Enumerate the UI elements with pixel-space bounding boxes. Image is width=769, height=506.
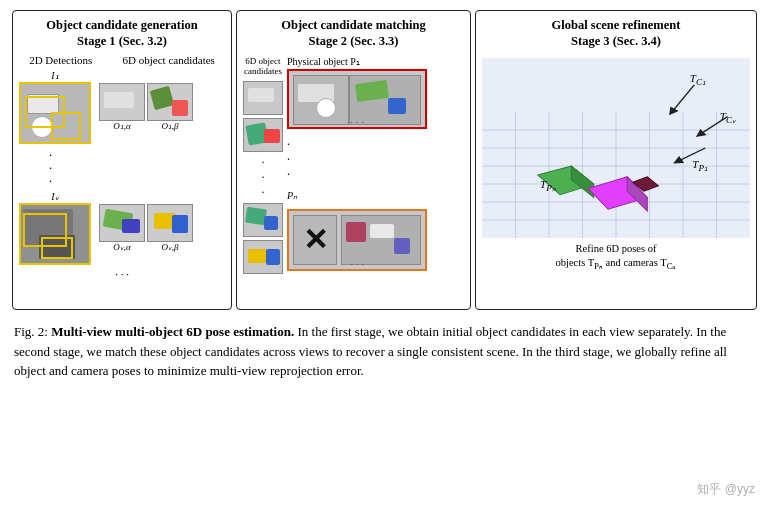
s2-thumb4	[243, 240, 283, 274]
physical-obj-label: Physical object P₁	[287, 56, 360, 67]
stage2-right-col: Physical object P₁	[287, 56, 464, 275]
watermark: 知乎 @yyz	[697, 481, 755, 498]
candidate-o1a	[99, 83, 145, 121]
stage2-title-line2: Stage 2 (Sec. 3.3)	[309, 34, 399, 48]
stage3-title-line1: Global scene refinement	[552, 18, 681, 32]
stage2-title-line1: Object candidate matching	[281, 18, 425, 32]
stage1-title-line1: Object candidate generation	[46, 18, 197, 32]
six-d-label: 6D objectcandidates	[244, 56, 282, 78]
stage1-header: 2D Detections 6D object candidates	[19, 54, 225, 66]
stage2-content: 6D objectcandidates ···	[243, 56, 464, 275]
candidate-o1b	[147, 83, 193, 121]
stage1-title-line2: Stage 1 (Sec. 3.2)	[77, 34, 167, 48]
stage3-box: Global scene refinement Stage 3 (Sec. 3.…	[475, 10, 757, 310]
s2-thumb2	[243, 118, 283, 152]
dots-bot1: · · ·	[115, 269, 129, 280]
scene-3d: TC₁ TCᵥ TP₁ TPₙ	[482, 58, 750, 238]
stage1-row-iv: Iᵥ	[19, 191, 225, 265]
s2-pn-dots: ···	[287, 137, 464, 182]
physical-obj-p1: . . .	[287, 69, 427, 129]
stage2-left-col: 6D objectcandidates ···	[243, 56, 283, 275]
figure-caption: Fig. 2: Multi-view multi-object 6D pose …	[12, 318, 757, 381]
detection-img-i1	[19, 82, 91, 144]
stage2-box: Object candidate matching Stage 2 (Sec. …	[236, 10, 471, 310]
stage3-title: Global scene refinement Stage 3 (Sec. 3.…	[552, 17, 681, 50]
tp1-label: TP₁	[692, 158, 708, 173]
tpn-label: TPₙ	[540, 178, 556, 193]
stage1-title: Object candidate generation Stage 1 (Sec…	[46, 17, 197, 50]
col1-label: 2D Detections	[29, 54, 92, 66]
stage3-caption: Refine 6D poses ofobjects TPₙ and camera…	[556, 242, 677, 273]
grid-svg	[482, 58, 750, 238]
view-label-iv: Iᵥ	[51, 191, 58, 202]
s2-thumb1	[243, 81, 283, 115]
dots-mid1: ···	[49, 148, 52, 187]
col2-label: 6D object candidates	[123, 54, 215, 66]
stage2-title: Object candidate matching Stage 2 (Sec. …	[281, 17, 425, 50]
s2-thumb3	[243, 203, 283, 237]
stage3-title-line2: Stage 3 (Sec. 3.4)	[571, 34, 661, 48]
candidate-ovb	[147, 204, 193, 242]
figure-container: Object candidate generation Stage 1 (Sec…	[12, 10, 757, 381]
s2-dots-mid: ···	[243, 155, 283, 200]
stage1-content: 2D Detections 6D object candidates I₁	[19, 54, 225, 280]
detection-img-iv	[19, 203, 91, 265]
view-label-i1: I₁	[51, 70, 58, 81]
tcv-label: TCᵥ	[720, 110, 736, 125]
stage1-row-i1: I₁	[19, 70, 225, 144]
fig-num: Fig. 2:	[14, 324, 48, 339]
stages-row: Object candidate generation Stage 1 (Sec…	[12, 10, 757, 310]
caption-bold: Multi-view multi-object 6D pose estimati…	[51, 324, 294, 339]
physical-obj-pn: ✕ . . .	[287, 209, 427, 271]
tc1-label: TC₁	[690, 72, 706, 87]
candidate-ova	[99, 204, 145, 242]
pn-label: Pₙ	[287, 190, 297, 201]
stage1-box: Object candidate generation Stage 1 (Sec…	[12, 10, 232, 310]
